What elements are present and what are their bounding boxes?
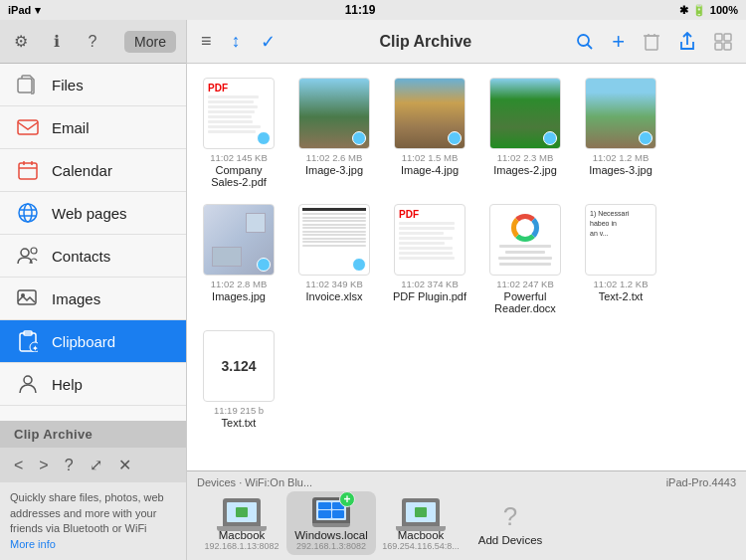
file-thumbnail: [298, 78, 370, 149]
file-name: Text.txt: [222, 417, 257, 429]
calendar-icon: [14, 159, 42, 181]
expand-button[interactable]: ⤢: [86, 454, 106, 476]
add-devices-item[interactable]: ? Add Devices: [466, 496, 555, 550]
file-item[interactable]: PDF 11:02 145 KBCompany Sales-2.pdf: [195, 74, 282, 192]
windows-icon: +: [311, 495, 351, 529]
file-meta: 11:02 2.8 MB: [211, 279, 268, 289]
clip-archive-nav: < > ? ⤢ ✕: [0, 448, 186, 482]
webpages-label: Web pages: [52, 205, 127, 222]
mac-icon: [401, 495, 441, 529]
sidebar-item-clipboard[interactable]: ✦ Clipboard: [0, 320, 186, 363]
file-item[interactable]: 11:02 1.5 MBImage-4.jpg: [386, 74, 473, 192]
files-label: Files: [52, 77, 84, 93]
webpages-icon: [14, 202, 42, 224]
status-left: iPad ▾: [8, 4, 41, 17]
file-thumbnail: [298, 204, 370, 276]
sidebar-item-images[interactable]: Images: [0, 278, 186, 320]
svg-rect-25: [715, 34, 722, 41]
ipad-label: iPad: [8, 4, 31, 16]
clip-archive-info: Quickly share files, photos, web address…: [0, 482, 186, 560]
file-meta: 11:02 1.2 MB: [593, 152, 650, 163]
battery-percent: 100%: [710, 4, 738, 16]
clip-help-button[interactable]: ?: [61, 455, 78, 476]
add-button[interactable]: +: [608, 25, 629, 59]
file-badge: [352, 258, 366, 272]
sidebar-item-calendar[interactable]: Calendar: [0, 149, 186, 192]
sidebar-item-files[interactable]: Files: [0, 64, 186, 106]
close-button[interactable]: ✕: [114, 454, 135, 476]
share-button[interactable]: [674, 28, 700, 56]
file-meta: 11:02 374 KB: [401, 279, 459, 289]
search-button[interactable]: [572, 29, 598, 55]
menu-button[interactable]: ≡: [197, 27, 216, 56]
sidebar-item-help[interactable]: Help: [0, 363, 186, 406]
toolbar-title: Clip Archive: [291, 33, 561, 51]
file-item[interactable]: 11:02 2.8 MBImages.jpg: [195, 200, 282, 318]
main-layout: ⚙ ℹ ? More Files Email: [0, 20, 746, 560]
images-icon: [14, 287, 42, 309]
svg-rect-21: [646, 36, 657, 50]
device-name: Windows.local: [294, 529, 368, 541]
devices-left-label: Devices · WiFi:On Blu...: [197, 476, 312, 488]
trash-button[interactable]: [639, 28, 664, 56]
more-button[interactable]: More: [124, 31, 176, 53]
file-thumbnail: 1) Necessarihabeo inan v...: [585, 204, 656, 276]
svg-text:✦: ✦: [32, 344, 39, 353]
grid-button[interactable]: [710, 29, 736, 55]
file-meta: 11:02 1.2 KB: [594, 279, 649, 289]
prev-button[interactable]: <: [10, 455, 27, 476]
content-area: ≡ ↕ ✓ Clip Archive +: [187, 20, 746, 560]
device-item[interactable]: +Windows.local292.168.1.3:8082: [286, 491, 376, 555]
file-name: Text-2.txt: [599, 290, 644, 302]
devices-right-label: iPad-Pro.4443: [666, 476, 736, 488]
file-thumbnail: [203, 204, 275, 276]
gear-icon[interactable]: ⚙: [10, 31, 32, 53]
file-item[interactable]: 11:02 2.6 MBImage-3.jpg: [290, 74, 378, 192]
device-address: 292.168.1.3:8082: [296, 541, 366, 551]
device-item[interactable]: Macbook192.168.1.13:8082: [197, 491, 286, 555]
file-badge: [257, 131, 271, 145]
device-item[interactable]: Macbook169.254.116.54:8...: [376, 491, 466, 555]
toolbar-right: +: [572, 25, 736, 59]
svg-rect-28: [724, 43, 731, 50]
sidebar-nav: Files Email Calendar Web pages: [0, 64, 186, 421]
file-thumbnail: [489, 78, 561, 149]
file-meta: 11:02 349 KB: [305, 279, 363, 289]
file-item[interactable]: 11:02 247 KBPowerful Reader.docx: [481, 200, 569, 318]
sidebar-header-icons: ⚙ ℹ ?: [10, 31, 103, 53]
sidebar-item-contacts[interactable]: Contacts: [0, 235, 186, 278]
svg-rect-26: [724, 34, 731, 41]
file-badge: [543, 131, 557, 145]
clip-info-text: Quickly share files, photos, web address…: [10, 491, 164, 534]
next-button[interactable]: >: [35, 455, 52, 476]
file-item[interactable]: 1) Necessarihabeo inan v...11:02 1.2 KBT…: [577, 200, 664, 318]
status-time: 11:19: [345, 3, 376, 17]
more-info-link[interactable]: More info: [10, 538, 56, 550]
file-meta: 11:02 2.6 MB: [306, 152, 363, 163]
file-meta: 11:19 215 b: [214, 405, 264, 416]
status-right: ✱ 🔋 100%: [679, 4, 738, 17]
file-thumbnail: PDF: [203, 78, 275, 149]
file-name: Images-2.jpg: [493, 164, 557, 176]
sidebar-item-email[interactable]: Email: [0, 106, 186, 149]
file-item[interactable]: PDF 11:02 374 KBPDF Plugin.pdf: [386, 200, 473, 318]
toolbar: ≡ ↕ ✓ Clip Archive +: [187, 20, 746, 64]
file-name: Powerful Reader.docx: [485, 290, 565, 314]
file-name: Image-3.jpg: [305, 164, 363, 176]
file-item[interactable]: 11:02 2.3 MBImages-2.jpg: [481, 74, 569, 192]
file-thumbnail: [489, 204, 561, 276]
file-name: Images-3.jpg: [589, 164, 653, 176]
file-name: Invoice.xlsx: [306, 290, 363, 302]
info-icon[interactable]: ℹ: [46, 31, 68, 53]
file-meta: 11:02 1.5 MB: [402, 152, 459, 163]
sidebar-item-webpages[interactable]: Web pages: [0, 192, 186, 235]
file-item[interactable]: 11:02 349 KBInvoice.xlsx: [290, 200, 378, 318]
status-bar: iPad ▾ 11:19 ✱ 🔋 100%: [0, 0, 746, 20]
sort-button[interactable]: ↕: [228, 27, 245, 56]
help-icon[interactable]: ?: [82, 31, 103, 53]
file-item[interactable]: 11:02 1.2 MBImages-3.jpg: [577, 74, 664, 192]
devices-bar: Devices · WiFi:On Blu... iPad-Pro.4443 M…: [187, 470, 746, 560]
file-item[interactable]: 3.12411:19 215 bText.txt: [195, 326, 282, 433]
check-button[interactable]: ✓: [257, 27, 280, 57]
svg-point-7: [24, 204, 32, 222]
